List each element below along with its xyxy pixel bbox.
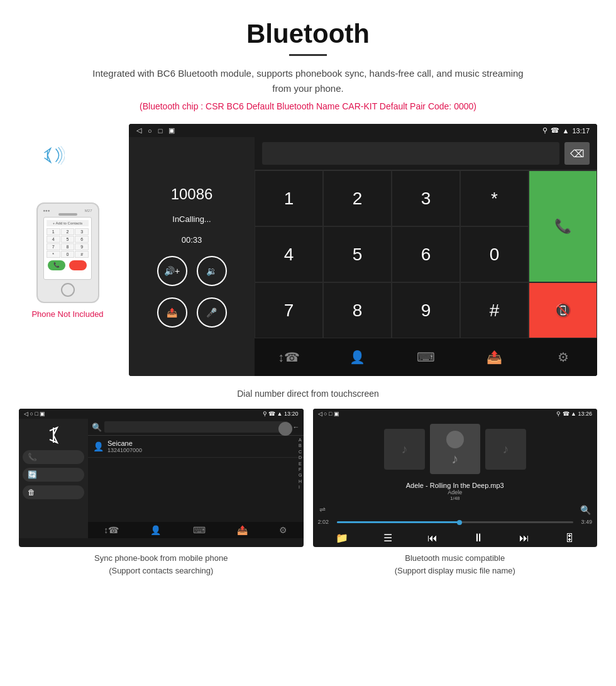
- status-time: 13:17: [572, 127, 590, 135]
- dial-settings-icon[interactable]: ⚙: [551, 345, 576, 370]
- pb-bottom-contact-icon[interactable]: 👤: [150, 525, 161, 535]
- volume-up-button[interactable]: 🔊+: [157, 256, 187, 286]
- pb-alpha-f[interactable]: F: [299, 467, 302, 472]
- numpad-key-5[interactable]: 5: [323, 226, 392, 282]
- music-content: ♪ ♪ ♪ Adele - Rolling In the Deep.mp3: [313, 419, 598, 538]
- phone-key-4: 4: [47, 236, 60, 243]
- music-progress-fill: [337, 521, 460, 523]
- dial-call-timer: 00:33: [182, 235, 202, 245]
- dial-input-field[interactable]: [262, 142, 559, 165]
- pb-alpha-a[interactable]: A: [299, 438, 302, 443]
- dial-number-display: 10086: [171, 185, 213, 203]
- music-item: ◁ ○ □ ▣ ⚲ ☎ ▲ 13:26 ♪ ♪: [313, 409, 598, 579]
- call-button[interactable]: 📞: [529, 170, 597, 282]
- folder-icon[interactable]: 📁: [332, 531, 352, 545]
- pb-alpha-c[interactable]: C: [299, 450, 302, 455]
- dial-transfer-icon[interactable]: 📤: [482, 345, 507, 370]
- prev-track-icon[interactable]: ⏮: [424, 531, 441, 545]
- numpad-key-7[interactable]: 7: [255, 282, 323, 338]
- phonebook-screen: ◁ ○ □ ▣ ⚲ ☎ ▲ 13:20: [19, 409, 304, 547]
- next-track-icon[interactable]: ⏭: [515, 531, 533, 545]
- pb-back-arrow[interactable]: ←: [293, 423, 300, 431]
- play-pause-icon[interactable]: ⏸: [469, 530, 488, 546]
- volume-up-icon: 🔊+: [164, 266, 180, 276]
- shuffle-icon[interactable]: ⇌: [319, 505, 326, 515]
- bottom-row: ◁ ○ □ ▣ ⚲ ☎ ▲ 13:20: [0, 409, 616, 579]
- main-screen-caption: Dial number direct from touchscreen: [0, 382, 616, 409]
- dial-content: 10086 InCalling... 00:33 🔊+ 🔉 📤: [129, 137, 597, 376]
- phone-key-6: 6: [75, 236, 89, 243]
- numpad-key-hash[interactable]: #: [460, 282, 529, 338]
- title-underline: [289, 54, 327, 56]
- equalizer-icon[interactable]: 🎛: [561, 531, 578, 545]
- music-album-right: ♪: [485, 429, 526, 470]
- music-total-time: 3:49: [576, 519, 592, 525]
- pb-alpha-g[interactable]: G: [299, 473, 302, 478]
- phone-key-star: *: [47, 251, 60, 258]
- phone-end-btn: [69, 260, 87, 270]
- music-progress-bar[interactable]: [337, 521, 574, 523]
- pb-alpha-index: A B C D E F G H I: [299, 438, 302, 490]
- volume-down-button[interactable]: 🔉: [197, 256, 227, 286]
- music-disc: [446, 431, 464, 448]
- pb-refresh-button[interactable]: 🔄: [23, 468, 84, 482]
- pb-delete-icon: 🗑: [28, 488, 35, 497]
- phone-key-hash: #: [75, 251, 89, 258]
- end-call-button[interactable]: 📵: [529, 282, 597, 338]
- numpad-key-1[interactable]: 1: [255, 170, 323, 226]
- pb-alpha-h[interactable]: H: [299, 479, 302, 484]
- phone-not-included-label: Phone Not Included: [31, 309, 103, 319]
- pb-delete-button[interactable]: 🗑: [23, 485, 84, 499]
- music-time: 13:26: [578, 411, 592, 417]
- pb-search-icon[interactable]: 🔍: [92, 423, 102, 432]
- mic-button[interactable]: 🎤: [197, 297, 227, 328]
- numpad-key-0[interactable]: 0: [460, 226, 529, 282]
- pb-alpha-i[interactable]: I: [299, 485, 302, 490]
- screenshot-icon[interactable]: ▣: [168, 126, 175, 135]
- numpad-key-3[interactable]: 3: [392, 170, 460, 226]
- pb-contact-item[interactable]: 👤 Seicane 13241007000: [88, 436, 304, 458]
- numpad-key-6[interactable]: 6: [392, 226, 460, 282]
- pb-bottom-keypad-icon[interactable]: ⌨: [193, 525, 206, 535]
- numpad-key-star[interactable]: *: [460, 170, 529, 226]
- dial-contacts-icon[interactable]: 👤: [345, 345, 370, 370]
- pb-nav-icons: ◁ ○ □ ▣: [24, 411, 45, 417]
- pb-call-button[interactable]: 📞: [23, 450, 84, 464]
- pb-status-bar: ◁ ○ □ ▣ ⚲ ☎ ▲ 13:20: [19, 409, 304, 419]
- music-screen: ◁ ○ □ ▣ ⚲ ☎ ▲ 13:26 ♪ ♪: [313, 409, 598, 547]
- pb-content: 📞 🔄 🗑 🔍 ←: [19, 419, 304, 538]
- back-nav-icon[interactable]: ◁: [136, 126, 141, 135]
- music-note-main-icon: ♪: [451, 451, 458, 467]
- pb-bottom-transfer-icon[interactable]: 📤: [237, 525, 248, 535]
- specs-line: (Bluetooth chip : CSR BC6 Default Blueto…: [13, 101, 603, 111]
- music-shuffle-search-row: ⇌ 🔍: [313, 504, 598, 516]
- dial-keypad-icon[interactable]: ⌨: [414, 345, 439, 370]
- music-progress-row: 2:02 3:49: [313, 516, 598, 528]
- music-track-count: 1/48: [319, 495, 591, 501]
- music-search-icon[interactable]: 🔍: [580, 505, 591, 515]
- dial-numpad: 1 2 3 * 📞 4 5 6 0 7 8 9 # 📵: [255, 170, 597, 338]
- dial-controls-row-2: 📤 🎤: [157, 297, 227, 328]
- main-content-area: ●●● M27 + Add to Contacts 1 2 3 4 5 6 7 …: [0, 118, 616, 382]
- numpad-key-4[interactable]: 4: [255, 226, 323, 282]
- recents-nav-icon[interactable]: □: [158, 127, 163, 135]
- pb-alpha-d[interactable]: D: [299, 455, 302, 460]
- phone-screen: + Add to Contacts 1 2 3 4 5 6 7 8 9 * 0 …: [43, 217, 92, 280]
- pb-alpha-e[interactable]: E: [299, 462, 302, 467]
- music-albums-row: ♪ ♪ ♪: [313, 419, 598, 479]
- numpad-key-9[interactable]: 9: [392, 282, 460, 338]
- transfer-button[interactable]: 📤: [157, 297, 187, 328]
- playlist-icon[interactable]: ☰: [380, 531, 396, 545]
- dial-bottom-bar: ↕☎ 👤 ⌨ 📤 ⚙: [255, 338, 597, 376]
- dial-backspace-button[interactable]: ⌫: [564, 142, 590, 165]
- pb-search-input[interactable]: [104, 421, 288, 433]
- numpad-key-2[interactable]: 2: [323, 170, 392, 226]
- pb-bottom-call-icon[interactable]: ↕☎: [104, 525, 119, 535]
- dial-recents-icon[interactable]: ↕☎: [277, 345, 302, 370]
- music-nav-icons: ◁ ○ □ ▣: [318, 411, 339, 417]
- phone-key-7: 7: [47, 243, 60, 250]
- pb-bottom-settings-icon[interactable]: ⚙: [279, 525, 287, 535]
- home-nav-icon[interactable]: ○: [148, 127, 152, 135]
- pb-alpha-b[interactable]: B: [299, 443, 302, 448]
- numpad-key-8[interactable]: 8: [323, 282, 392, 338]
